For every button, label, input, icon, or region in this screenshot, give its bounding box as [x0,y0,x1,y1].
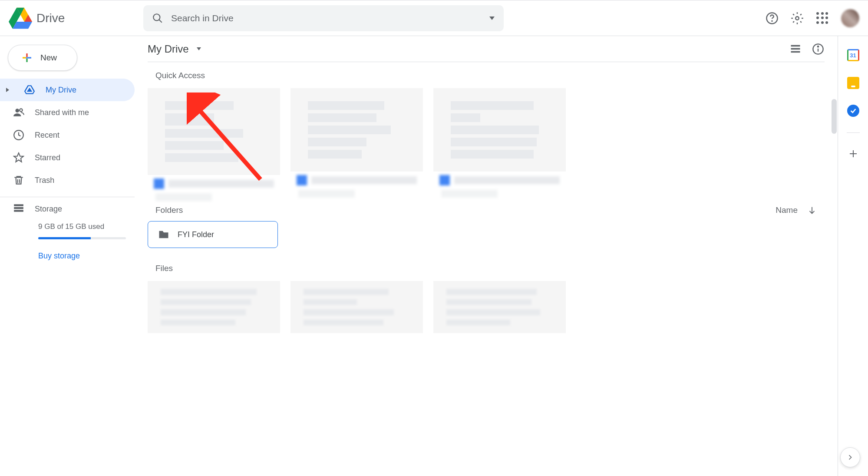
sidebar-item-label: Trash [35,176,54,185]
sidebar-item-label: Shared with me [35,108,89,117]
new-button[interactable]: New [8,45,77,71]
svg-rect-16 [791,45,800,46]
chevron-down-icon [197,47,201,50]
storage-label: Storage [35,205,62,214]
keep-app-button[interactable] [847,77,859,89]
check-icon [850,107,857,114]
breadcrumb[interactable]: My Drive [148,43,201,55]
people-icon [13,107,24,118]
file-preview [148,88,280,175]
file-preview [290,88,423,172]
new-button-label: New [40,53,57,63]
calendar-app-button[interactable]: 31 [847,49,859,61]
sidebar-item-shared[interactable]: Shared with me [0,101,135,124]
svg-rect-9 [26,57,27,58]
tasks-app-button[interactable] [847,105,859,117]
file-card[interactable] [148,281,280,333]
plus-icon [20,51,33,64]
expand-arrow-icon[interactable] [6,88,9,92]
file-preview [433,88,566,172]
file-card[interactable] [433,281,566,333]
folders-label: Folders [155,205,183,215]
sidebar-item-label: Recent [35,131,59,140]
svg-point-3 [772,20,772,21]
storage-bar-fill [38,237,91,239]
logo-area[interactable]: Drive [9,7,143,30]
sidebar-item-starred[interactable]: Starred [0,146,135,169]
search-box[interactable] [143,5,504,31]
sidebar-item-storage[interactable]: Storage [13,202,126,215]
files-label: Files [155,264,825,273]
svg-line-1 [159,20,162,23]
sidebar: New My Drive Shared with me [0,36,135,476]
sidebar-item-label: My Drive [46,86,76,95]
sidebar-item-trash[interactable]: Trash [0,169,135,192]
buy-storage-link[interactable]: Buy storage [38,251,126,261]
folder-item[interactable]: FYI Folder [148,221,278,248]
sidebar-item-label: Starred [35,153,60,162]
storage-icon [13,202,24,214]
quick-access-card[interactable] [148,88,280,195]
drive-logo-icon [9,7,32,30]
arrow-down-icon [807,205,817,215]
star-icon [13,152,24,163]
svg-rect-7 [26,59,27,62]
svg-point-0 [153,14,160,20]
search-input[interactable] [171,13,481,23]
svg-rect-15 [14,210,23,212]
svg-rect-18 [791,51,800,53]
app-header: Drive [0,0,868,36]
main-content: My Drive Quick Access [135,36,838,476]
svg-point-10 [15,109,19,112]
list-view-icon [789,43,802,55]
svg-rect-14 [14,207,23,209]
scrollbar[interactable] [832,99,837,134]
help-button[interactable] [766,12,779,25]
search-icon [152,13,163,24]
breadcrumb-label: My Drive [148,43,189,55]
list-view-button[interactable] [789,43,802,56]
file-card[interactable] [290,281,423,333]
svg-rect-17 [791,48,800,50]
side-panel: 31 [838,36,868,476]
info-icon [812,43,824,55]
sort-button[interactable]: Name [776,205,817,215]
settings-button[interactable] [791,12,804,25]
storage-usage-text: 9 GB of 15 GB used [38,222,126,231]
sort-label: Name [776,205,798,215]
sidebar-item-recent[interactable]: Recent [0,124,135,146]
svg-point-21 [818,46,818,47]
svg-rect-5 [26,53,27,57]
sidebar-item-my-drive[interactable]: My Drive [0,79,135,101]
hide-side-panel-button[interactable] [840,447,860,467]
account-avatar[interactable] [841,9,859,27]
svg-rect-6 [28,57,31,58]
add-addon-button[interactable] [848,149,858,162]
quick-access-card[interactable] [290,88,423,195]
quick-access-label: Quick Access [155,71,825,80]
apps-grid-icon [816,12,828,24]
google-apps-button[interactable] [816,12,829,25]
drive-icon [24,84,35,96]
search-options-icon[interactable] [489,16,495,20]
gear-icon [791,12,804,25]
svg-rect-13 [14,204,23,206]
plus-icon [848,149,858,159]
details-button[interactable] [812,43,825,56]
chevron-right-icon [846,453,855,462]
clock-icon [13,129,24,141]
folder-icon [158,228,170,241]
svg-point-4 [795,17,799,20]
trash-icon [13,175,24,186]
help-icon [766,12,779,25]
folder-name: FYI Folder [178,230,214,239]
svg-point-11 [20,109,22,112]
quick-access-card[interactable] [433,88,566,195]
storage-bar [38,237,126,239]
svg-rect-8 [23,57,26,58]
app-title: Drive [36,11,65,25]
